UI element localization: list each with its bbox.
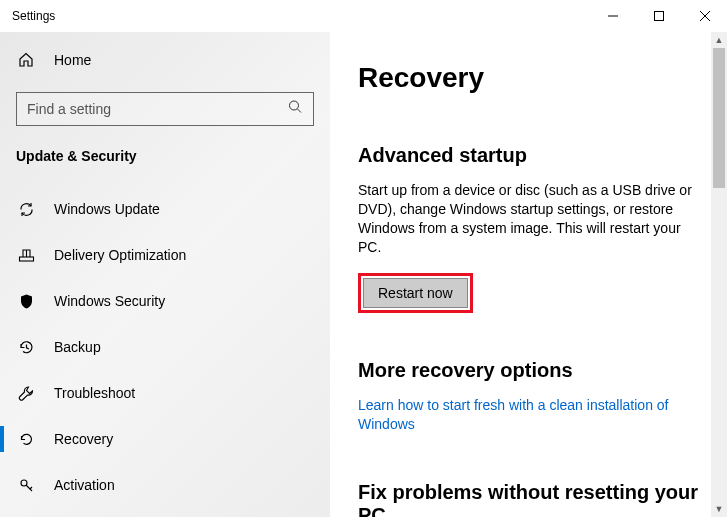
advanced-startup-text: Start up from a device or disc (such as … — [358, 181, 700, 257]
search-box[interactable] — [16, 92, 314, 126]
sidebar-item-label: Delivery Optimization — [54, 247, 186, 263]
maximize-button[interactable] — [636, 0, 682, 32]
sidebar-item-delivery-optimization[interactable]: Delivery Optimization — [0, 232, 314, 278]
scrollbar[interactable]: ▲ ▼ — [711, 32, 727, 517]
key-icon — [16, 477, 36, 494]
sidebar-item-label: Recovery — [54, 431, 113, 447]
home-icon — [16, 52, 36, 68]
sidebar-item-label: Windows Security — [54, 293, 165, 309]
sidebar-item-troubleshoot[interactable]: Troubleshoot — [0, 370, 314, 416]
sidebar-item-label: Windows Update — [54, 201, 160, 217]
sidebar: Home Update & Security Windows Update De… — [0, 32, 330, 517]
category-title: Update & Security — [16, 148, 314, 164]
history-icon — [16, 339, 36, 356]
window-caption — [590, 0, 728, 32]
fix-problems-heading: Fix problems without resetting your PC — [358, 481, 700, 517]
scroll-up-icon[interactable]: ▲ — [711, 32, 727, 48]
restart-now-button[interactable]: Restart now — [363, 278, 468, 308]
scroll-down-icon[interactable]: ▼ — [711, 501, 727, 517]
sidebar-item-label: Backup — [54, 339, 101, 355]
delivery-icon — [16, 247, 36, 264]
shield-icon — [16, 293, 36, 310]
svg-rect-1 — [655, 12, 664, 21]
wrench-icon — [16, 385, 36, 402]
window-title: Settings — [12, 9, 55, 23]
annotation-highlight: Restart now — [358, 273, 473, 313]
fresh-install-link[interactable]: Learn how to start fresh with a clean in… — [358, 396, 700, 435]
advanced-startup-heading: Advanced startup — [358, 144, 700, 167]
close-button[interactable] — [682, 0, 728, 32]
svg-point-4 — [290, 101, 299, 110]
home-label: Home — [54, 52, 91, 68]
sidebar-item-backup[interactable]: Backup — [0, 324, 314, 370]
minimize-button[interactable] — [590, 0, 636, 32]
search-input[interactable] — [17, 93, 313, 125]
home-link[interactable]: Home — [16, 40, 314, 80]
sidebar-item-label: Activation — [54, 477, 115, 493]
recovery-icon — [16, 431, 36, 448]
page-title: Recovery — [358, 62, 700, 94]
search-icon — [288, 100, 303, 119]
sidebar-item-recovery[interactable]: Recovery — [0, 416, 314, 462]
sidebar-item-windows-update[interactable]: Windows Update — [0, 186, 314, 232]
sidebar-item-label: Troubleshoot — [54, 385, 135, 401]
main-content: Recovery Advanced startup Start up from … — [330, 32, 728, 517]
scroll-thumb[interactable] — [713, 48, 725, 188]
more-recovery-heading: More recovery options — [358, 359, 700, 382]
svg-rect-6 — [19, 257, 33, 261]
sidebar-item-windows-security[interactable]: Windows Security — [0, 278, 314, 324]
sidebar-item-activation[interactable]: Activation — [0, 462, 314, 508]
sync-icon — [16, 201, 36, 218]
svg-line-5 — [298, 109, 302, 113]
